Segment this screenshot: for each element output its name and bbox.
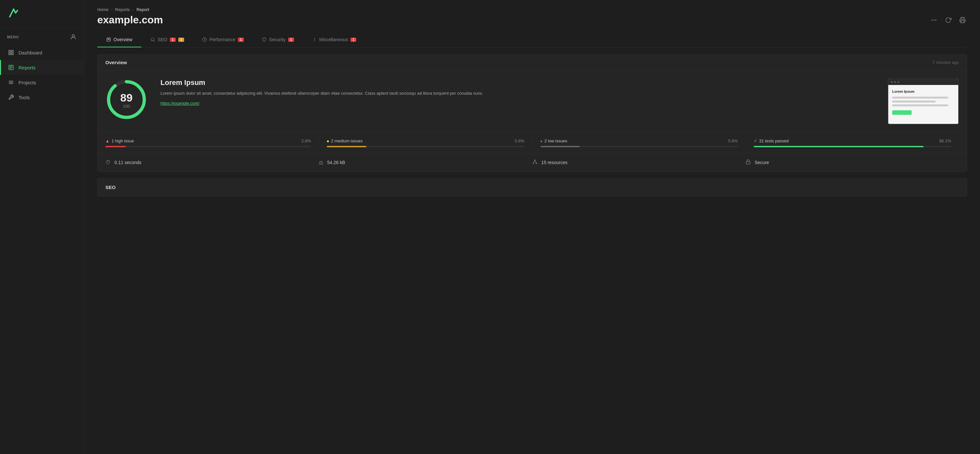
- overview-url[interactable]: https://example.com/: [161, 101, 199, 106]
- menu-label: MENU: [7, 35, 19, 39]
- main-content: Home › Reports › Report example.com: [84, 0, 980, 454]
- metric-resources-value: 15 resources: [541, 160, 568, 165]
- metric-time-value: 0.11 seconds: [115, 160, 142, 165]
- seo-tab-icon: [150, 37, 155, 42]
- preview-cta-btn: [892, 110, 912, 115]
- svg-point-10: [933, 19, 934, 21]
- sidebar-item-reports[interactable]: Reports: [0, 60, 84, 75]
- preview-title: Lorem Ipsum: [892, 89, 915, 93]
- preview-dot-2: [894, 81, 896, 83]
- issue-high-pct: 2.8%: [301, 139, 311, 143]
- seo-section: SEO: [97, 178, 967, 196]
- sidebar-menu-header: MENU: [0, 27, 84, 44]
- svg-rect-3: [9, 53, 10, 55]
- svg-point-26: [536, 163, 537, 164]
- sidebar-item-projects-label: Projects: [19, 80, 36, 85]
- svg-rect-1: [9, 50, 10, 52]
- issue-low-top: ● 2 low issues 5.6%: [541, 139, 738, 143]
- svg-point-0: [72, 35, 74, 37]
- projects-icon: [8, 80, 14, 85]
- tab-seo-label: SEO: [158, 37, 167, 42]
- sidebar-nav: Dashboard Reports Projects Tools: [0, 44, 84, 106]
- tabs: Overview SEO 1 1 Performance 1: [97, 32, 967, 48]
- overview-description: Lorem ipsum dolor sit amet, consectetur …: [161, 90, 875, 97]
- issue-pass-pct: 86.1%: [939, 139, 951, 143]
- issue-pass-top: ✓ 31 tests passed 86.1%: [754, 139, 951, 143]
- issue-low-label: ● 2 low issues: [541, 139, 567, 143]
- breadcrumb-current: Report: [137, 7, 149, 12]
- issue-pass-bar-track: [754, 146, 951, 147]
- svg-rect-4: [12, 53, 13, 55]
- issue-medium-pct: 5.6%: [515, 139, 525, 143]
- tab-seo[interactable]: SEO 1 1: [142, 32, 193, 47]
- page-title-row: example.com: [97, 14, 967, 26]
- user-icon[interactable]: [70, 33, 77, 41]
- issues-row: ▲ 1 high issue 2.8% ■ 2 medium issue: [97, 132, 967, 153]
- timer-icon: ⏱: [105, 159, 111, 166]
- sidebar-item-reports-label: Reports: [19, 65, 36, 70]
- tab-miscellaneous[interactable]: Miscellaneous 1: [303, 32, 366, 47]
- sidebar-item-dashboard[interactable]: Dashboard: [0, 45, 84, 60]
- breadcrumb-reports[interactable]: Reports: [115, 7, 130, 12]
- svg-point-11: [935, 19, 936, 21]
- tab-seo-badge1: 1: [170, 38, 176, 42]
- svg-rect-12: [961, 21, 964, 23]
- svg-point-25: [533, 163, 534, 164]
- site-preview: Lorem Ipsum: [888, 78, 959, 124]
- svg-rect-2: [12, 50, 13, 52]
- metric-size: ⚖ 54.26 kB: [319, 159, 532, 166]
- score-center: 89 100: [120, 92, 133, 108]
- tab-performance-label: Performance: [209, 37, 235, 42]
- metric-size-value: 54.26 kB: [327, 160, 345, 165]
- refresh-icon: [945, 17, 951, 23]
- overview-section-title: Overview: [105, 60, 127, 65]
- tab-miscellaneous-label: Miscellaneous: [319, 37, 348, 42]
- more-options-button[interactable]: [929, 16, 939, 25]
- score-circle: 89 100: [105, 78, 148, 122]
- pass-issue-icon: ✓: [754, 139, 757, 143]
- tab-miscellaneous-badge: 1: [350, 38, 356, 42]
- svg-point-20: [314, 39, 315, 40]
- svg-line-27: [533, 161, 535, 163]
- svg-point-21: [314, 41, 315, 41]
- issue-low: ● 2 low issues 5.6%: [532, 139, 746, 147]
- breadcrumb-home[interactable]: Home: [97, 7, 108, 12]
- preview-line-2: [892, 100, 935, 102]
- resources-icon: [532, 159, 538, 166]
- content-area: Overview 7 minutes ago 89 100: [84, 48, 980, 454]
- ellipsis-icon: [931, 17, 937, 23]
- issue-medium-top: ■ 2 medium issues 5.6%: [327, 139, 524, 143]
- page-header: Home › Reports › Report example.com: [84, 0, 980, 48]
- breadcrumb: Home › Reports › Report: [97, 7, 967, 12]
- high-issue-icon: ▲: [105, 139, 110, 143]
- issue-high-label: ▲ 1 high issue: [105, 139, 134, 143]
- header-actions: [929, 16, 967, 25]
- issue-high-bar-fill: [105, 146, 126, 147]
- sidebar: MENU Dashboard Reports Projects: [0, 0, 84, 454]
- preview-browser-bar: [888, 79, 958, 85]
- tab-overview[interactable]: Overview: [97, 32, 142, 47]
- tools-icon: [8, 94, 14, 100]
- svg-point-16: [151, 38, 154, 41]
- tab-performance[interactable]: Performance 1: [193, 32, 253, 47]
- score-max: 100: [120, 104, 133, 108]
- sidebar-item-tools[interactable]: Tools: [0, 90, 84, 105]
- issue-high-bar-track: [105, 146, 311, 147]
- issue-high: ▲ 1 high issue 2.8%: [105, 139, 319, 147]
- sidebar-item-projects[interactable]: Projects: [0, 75, 84, 90]
- overview-time-ago: 7 minutes ago: [932, 60, 959, 65]
- performance-tab-icon: [202, 37, 207, 42]
- print-button[interactable]: [958, 16, 967, 25]
- preview-dot-1: [891, 81, 893, 83]
- breadcrumb-sep-1: ›: [111, 7, 113, 12]
- overview-section: Overview 7 minutes ago 89 100: [97, 54, 967, 172]
- issue-low-bar-fill: [541, 146, 580, 147]
- reports-icon: [8, 65, 14, 70]
- tab-security[interactable]: Security 1: [253, 32, 303, 47]
- lock-icon: [746, 159, 751, 166]
- logo-area: [0, 0, 84, 27]
- refresh-button[interactable]: [944, 16, 953, 25]
- overview-text: Lorem Ipsum Lorem ipsum dolor sit amet, …: [161, 78, 875, 106]
- issue-pass: ✓ 31 tests passed 86.1%: [746, 139, 959, 147]
- tab-security-label: Security: [269, 37, 286, 42]
